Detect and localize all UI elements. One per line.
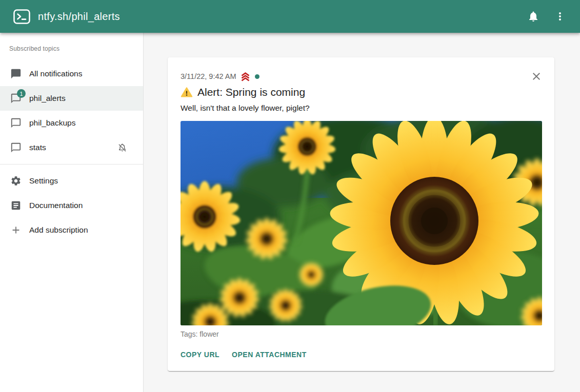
chat-bubble-outline-icon <box>10 142 22 153</box>
sidebar-item-phil-backups[interactable]: phil_backups <box>0 111 143 135</box>
sidebar-item-all-notifications[interactable]: All notifications <box>0 61 143 86</box>
sidebar-item-label: stats <box>29 143 46 152</box>
bell-off-icon <box>117 143 127 153</box>
bell-icon <box>527 10 539 23</box>
notification-timestamp: 3/11/22, 9:42 AM <box>181 72 236 80</box>
unread-count-badge: 1 <box>17 89 26 98</box>
notifications-bell-button[interactable] <box>527 10 540 23</box>
chat-bubble-filled-icon <box>10 68 22 79</box>
subscribed-topics-label: Subscribed topics <box>0 33 143 52</box>
kebab-menu-button[interactable] <box>553 10 567 23</box>
sidebar-item-label: phil_backups <box>29 118 75 128</box>
main-content: 3/11/22, 9:42 AM <box>144 33 580 392</box>
sidebar-item-settings[interactable]: Settings <box>0 169 143 193</box>
gear-icon <box>10 175 22 187</box>
close-notification-button[interactable] <box>530 70 543 82</box>
sidebar: Subscribed topics All notifications 1 ph… <box>0 33 144 392</box>
open-attachment-button[interactable]: OPEN ATTACHMENT <box>232 346 307 363</box>
sidebar-item-add-subscription[interactable]: Add subscription <box>0 218 143 242</box>
attachment-image[interactable] <box>181 121 542 325</box>
sidebar-divider <box>0 164 143 164</box>
unread-dot <box>255 74 259 79</box>
copy-url-button[interactable]: COPY URL <box>181 346 219 363</box>
chat-bubble-outline-icon <box>10 117 22 129</box>
notification-body: Well, isn't that a lovely flower, piglet… <box>181 102 542 114</box>
chat-bubble-outline-icon: 1 <box>10 93 22 104</box>
notification-title: Alert: Spring is coming <box>197 85 305 100</box>
article-icon <box>10 200 22 211</box>
sidebar-item-label: Add subscription <box>29 225 88 235</box>
sidebar-item-label: All notifications <box>29 69 82 78</box>
notification-card: 3/11/22, 9:42 AM <box>168 57 554 371</box>
priority-high-icon <box>241 72 250 81</box>
sidebar-item-stats[interactable]: stats <box>0 135 143 160</box>
sidebar-item-phil-alerts[interactable]: 1 phil_alerts <box>0 86 143 111</box>
sidebar-item-label: phil_alerts <box>29 94 66 103</box>
terminal-logo-icon <box>13 9 30 24</box>
warning-triangle-icon <box>181 86 193 98</box>
sidebar-item-label: Documentation <box>29 201 83 210</box>
kebab-menu-icon <box>554 10 566 23</box>
page-title: ntfy.sh/phil_alerts <box>38 11 120 23</box>
sidebar-item-documentation[interactable]: Documentation <box>0 193 143 218</box>
sidebar-item-label: Settings <box>29 176 58 185</box>
app-bar: ntfy.sh/phil_alerts <box>0 0 580 33</box>
close-icon <box>530 70 543 82</box>
tags-label: Tags: flower <box>181 330 542 338</box>
plus-icon <box>10 224 22 236</box>
